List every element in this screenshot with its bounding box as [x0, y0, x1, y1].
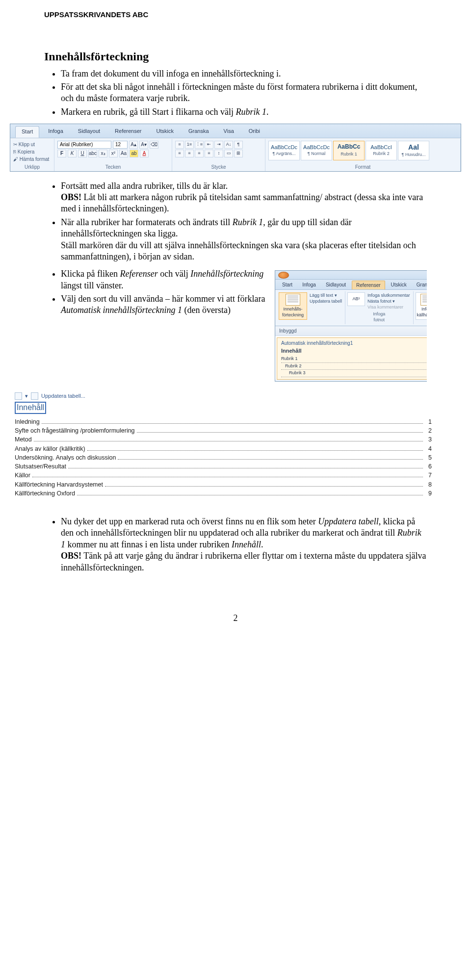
- toc-options-icon[interactable]: [15, 392, 22, 400]
- after-bullet-2-it: Rubrik 1: [233, 217, 263, 227]
- bullets-button[interactable]: ≡: [175, 141, 184, 149]
- document-header: UPPSATSSKRIVANDETS ABC: [44, 10, 427, 20]
- font-label: Tecken: [57, 164, 169, 170]
- tab-oribi[interactable]: Oribi: [243, 126, 266, 137]
- cut-button[interactable]: ✂ Klipp ut: [13, 141, 51, 148]
- toc-row: Metod3: [15, 436, 432, 443]
- final-mid2: kommer nu att finnas i en lista under ru…: [65, 540, 232, 549]
- superscript-button[interactable]: x²: [109, 150, 118, 157]
- footnote-label: Infoga fotnot: [347, 311, 411, 323]
- indent-inc-button[interactable]: ⇥: [214, 141, 223, 149]
- toc-update-icon[interactable]: [31, 392, 38, 400]
- page-number: 2: [44, 613, 427, 624]
- office-orb-icon[interactable]: [278, 272, 289, 279]
- toc-update-label[interactable]: Uppdatera tabell...: [41, 392, 85, 399]
- styles-label: Format: [268, 164, 457, 170]
- paragraph-group: ≡ 1≡ ⋮≡ ⇤ ⇥ A↓ ¶ ≡ ≡ ≡ ≡ ↕ ▭ ⊞: [172, 139, 265, 171]
- grow-font-button[interactable]: A▴: [129, 141, 138, 149]
- tab-infoga[interactable]: Infoga: [42, 126, 69, 137]
- final-post: .: [261, 540, 263, 549]
- sort-button[interactable]: A↓: [224, 141, 233, 149]
- final-obs-text: Tänk på att varje gång du ändrar i rubri…: [61, 551, 426, 572]
- toc-dropdown-header: Inbyggd: [275, 326, 427, 336]
- next-footnote-button[interactable]: Nästa fotnot ▾: [366, 298, 411, 304]
- insert-citation-button[interactable]: Infoga källhänvisning: [416, 292, 427, 319]
- add-text-button[interactable]: Lägg till text ▾: [309, 292, 343, 298]
- tab-visa[interactable]: Visa: [218, 126, 240, 137]
- final-pre: Nu dyker det upp en markerad ruta och öv…: [61, 516, 318, 526]
- intro-bullet-3-italic: Rubrik 1: [236, 107, 266, 117]
- update-table-button[interactable]: Uppdatera tabell: [309, 298, 343, 304]
- shrink-font-button[interactable]: A▾: [139, 141, 148, 149]
- borders-button[interactable]: ⊞: [234, 150, 243, 157]
- tab-sidlayout[interactable]: Sidlayout: [72, 126, 106, 137]
- intro-list: Ta fram det dokument du vill infoga en i…: [44, 68, 427, 118]
- case-button[interactable]: Aa: [119, 150, 128, 157]
- toc-dropdown-item-1[interactable]: Automatisk innehållsförteckning1 Innehål…: [277, 337, 427, 380]
- style---huvudru---[interactable]: Aal¶ Huvudru...: [398, 141, 429, 160]
- toc-drop-row: Rubrik 21: [281, 363, 427, 370]
- tab-start[interactable]: Start: [15, 126, 39, 137]
- insert-footnote-button[interactable]: AB¹: [347, 292, 365, 306]
- intro-bullet-3-post: .: [266, 107, 269, 117]
- after-bullet-2-cont: Ställ markören där du vill att själva in…: [61, 240, 416, 261]
- align-left-button[interactable]: ≡: [175, 150, 184, 157]
- intro-bullet-2: För att det ska bli något innehåll i för…: [61, 81, 427, 104]
- font-color-button[interactable]: A: [140, 150, 149, 157]
- numbering-button[interactable]: 1≡: [185, 141, 194, 149]
- format-painter-button[interactable]: 🖌 Hämta format: [13, 155, 51, 163]
- underline-button[interactable]: U: [78, 150, 87, 157]
- word-ribbon-start: Start Infoga Sidlayout Referenser Utskic…: [10, 124, 461, 171]
- tab-referenser[interactable]: Referenser: [109, 126, 147, 137]
- justify-button[interactable]: ≡: [205, 150, 213, 157]
- bold-button[interactable]: F: [57, 150, 66, 157]
- mid-b2-it: Automatisk innehålls­förteckning 1: [61, 305, 182, 315]
- final-it1: Uppdatera tabell: [318, 516, 379, 526]
- multilist-button[interactable]: ⋮≡: [195, 141, 204, 149]
- footnotes-group: AB¹ Infoga slutkommentar Nästa fotnot ▾ …: [345, 291, 414, 324]
- ribbon-tabs: Start Infoga Sidlayout Referenser Utskic…: [10, 124, 461, 138]
- tab2-granska[interactable]: Granska: [413, 281, 427, 289]
- tab-granska[interactable]: Granska: [183, 126, 215, 137]
- shading-button[interactable]: ▭: [224, 150, 233, 157]
- final-bullet: Nu dyker det upp en markerad ruta och öv…: [61, 516, 427, 573]
- obs-label: OBS!: [61, 192, 81, 202]
- tab2-utskick[interactable]: Utskick: [387, 281, 411, 289]
- final-obs: OBS!: [61, 551, 81, 561]
- after-bullet-2-pre: När alla rubriker har formaterats och än…: [61, 217, 233, 227]
- show-comments-button: Visa kommentarer: [366, 304, 411, 310]
- style---avgr-ns---[interactable]: AaBbCcDc¶ Avgräns...: [268, 141, 300, 160]
- after-bullet-2: När alla rubriker har formaterats och än…: [61, 217, 427, 263]
- intro-bullet-3: Markera en rubrik, gå till Start i flika…: [61, 106, 427, 118]
- insert-endnote-button[interactable]: Infoga slutkommentar: [366, 292, 411, 298]
- italic-button[interactable]: K: [68, 150, 77, 157]
- tab2-infoga[interactable]: Infoga: [298, 281, 320, 289]
- indent-dec-button[interactable]: ⇤: [205, 141, 213, 149]
- font-size-input[interactable]: [113, 141, 128, 149]
- after-bullet-1-text: Fortsätt med alla andra rubriker, tills …: [61, 181, 228, 191]
- style-rubrik-1[interactable]: AaBbCcRubrik 1: [333, 141, 365, 160]
- copy-button[interactable]: ⎘ Kopiera: [13, 148, 51, 155]
- tab2-start[interactable]: Start: [278, 281, 296, 289]
- clear-format-button[interactable]: ⌫: [150, 141, 158, 149]
- style---normal[interactable]: AaBbCcDc¶ Normal: [301, 141, 332, 160]
- tab2-sidlayout[interactable]: Sidlayout: [322, 281, 350, 289]
- ribbon2-tabs: Start Infoga Sidlayout Referenser Utskic…: [275, 280, 427, 290]
- subscript-button[interactable]: x₂: [99, 150, 107, 157]
- style-rubrik-2[interactable]: AaBbCcIRubrik 2: [366, 141, 397, 160]
- strike-button[interactable]: abc: [88, 150, 97, 157]
- toc-button[interactable]: Innehålls- förteckning: [279, 292, 307, 319]
- tab2-referenser[interactable]: Referenser: [352, 281, 385, 289]
- intro-bullet-1: Ta fram det dokument du vill infoga en i…: [61, 68, 427, 79]
- tab-utskick[interactable]: Utskick: [151, 126, 180, 137]
- align-center-button[interactable]: ≡: [185, 150, 194, 157]
- font-name-input[interactable]: [57, 141, 111, 149]
- show-marks-button[interactable]: ¶: [234, 141, 243, 149]
- paragraph-label: Stycke: [175, 164, 262, 170]
- toc-drop-row: Rubrik 31: [281, 370, 427, 377]
- align-right-button[interactable]: ≡: [195, 150, 204, 157]
- line-spacing-button[interactable]: ↕: [214, 150, 223, 157]
- highlight-button[interactable]: ab: [130, 150, 138, 157]
- toc-row: Källförteckning Oxford9: [15, 490, 432, 497]
- mid-b1-post: längst till vänster.: [61, 281, 124, 290]
